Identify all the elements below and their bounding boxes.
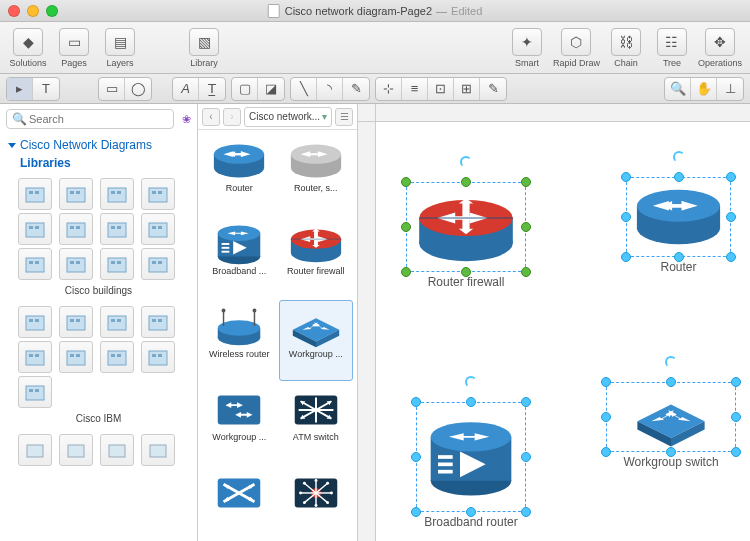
shape-hub[interactable]	[279, 466, 354, 537]
selection-handle[interactable]	[731, 447, 741, 457]
crop-tool[interactable]: ⊡	[428, 78, 454, 100]
library-item[interactable]	[141, 341, 175, 373]
text-tool[interactable]: T	[33, 78, 59, 100]
toolbar-pages[interactable]: ▭Pages	[52, 26, 96, 70]
panel-heading-cisco[interactable]: Cisco Network Diagrams	[0, 134, 197, 154]
shape-workgroup[interactable]: Workgroup ...	[279, 300, 354, 381]
search-input[interactable]	[6, 109, 174, 129]
shape-router-fire[interactable]: Router firewall	[279, 217, 354, 298]
library-item[interactable]	[18, 341, 52, 373]
selection-handle[interactable]	[411, 452, 421, 462]
library-item[interactable]	[18, 248, 52, 280]
selection-handle[interactable]	[401, 267, 411, 277]
library-item[interactable]	[141, 434, 175, 466]
selection-handle[interactable]	[666, 447, 676, 457]
comment-tool[interactable]: ▢	[232, 78, 258, 100]
rotate-handle-icon[interactable]	[460, 156, 472, 168]
library-item[interactable]	[141, 178, 175, 210]
library-item[interactable]	[141, 248, 175, 280]
ruler-horizontal[interactable]	[376, 104, 750, 122]
rotate-handle-icon[interactable]	[673, 151, 685, 163]
selection-handle[interactable]	[461, 267, 471, 277]
library-item[interactable]	[18, 213, 52, 245]
text-a-tool[interactable]: A	[173, 78, 199, 100]
selection-handle[interactable]	[666, 377, 676, 387]
selection-handle[interactable]	[521, 177, 531, 187]
toolbar-rapid-draw[interactable]: ⬡Rapid Draw	[551, 26, 602, 70]
selection-handle[interactable]	[726, 172, 736, 182]
zoom-tool[interactable]: 🔍	[665, 78, 691, 100]
selection-handle[interactable]	[521, 222, 531, 232]
close-window-button[interactable]	[8, 5, 20, 17]
library-item[interactable]	[100, 341, 134, 373]
selection-handle[interactable]	[601, 412, 611, 422]
refresh-icon[interactable]: ❀	[182, 113, 191, 126]
selection-handle[interactable]	[521, 397, 531, 407]
canvas-node-wgswitch[interactable]: Workgroup switch	[606, 382, 736, 469]
rect-tool[interactable]: ▭	[99, 78, 125, 100]
shape-wireless[interactable]: Wireless router	[202, 300, 277, 381]
selection-handle[interactable]	[731, 412, 741, 422]
rotate-handle-icon[interactable]	[665, 356, 677, 368]
libraries-heading[interactable]: Libraries	[0, 154, 197, 176]
line-tool[interactable]: ╲	[291, 78, 317, 100]
library-item[interactable]	[59, 248, 93, 280]
library-item[interactable]	[18, 306, 52, 338]
shape-router-blue[interactable]: Router	[202, 134, 277, 215]
selection-handle[interactable]	[461, 177, 471, 187]
library-item[interactable]	[18, 376, 52, 408]
library-item[interactable]	[59, 341, 93, 373]
pan-tool[interactable]: ✋	[691, 78, 717, 100]
ruler-vertical[interactable]	[358, 122, 376, 541]
selection-handle[interactable]	[521, 452, 531, 462]
library-item[interactable]	[59, 306, 93, 338]
selection-handle[interactable]	[466, 397, 476, 407]
zoom-window-button[interactable]	[46, 5, 58, 17]
shape-atm[interactable]: ATM switch	[279, 383, 354, 464]
text-box-tool[interactable]: T̲	[199, 78, 225, 100]
arc-tool[interactable]: ◝	[317, 78, 343, 100]
toolbar-library[interactable]: ▧ Library	[182, 26, 226, 70]
canvas-node-router[interactable]: Router	[626, 177, 731, 274]
selection-handle[interactable]	[621, 172, 631, 182]
library-item[interactable]	[18, 178, 52, 210]
selection-handle[interactable]	[726, 212, 736, 222]
selection-handle[interactable]	[411, 507, 421, 517]
canvas-node-broadband[interactable]: Broadband router	[416, 402, 526, 529]
selection-handle[interactable]	[726, 252, 736, 262]
canvas-node-router-firewall[interactable]: Router firewall	[406, 182, 526, 289]
library-breadcrumb[interactable]: Cisco network...▾	[244, 107, 332, 127]
ellipse-tool[interactable]: ◯	[125, 78, 151, 100]
library-item[interactable]	[100, 213, 134, 245]
toolbar-tree[interactable]: ☷Tree	[650, 26, 694, 70]
toolbar-solutions[interactable]: ◆Solutions	[6, 26, 50, 70]
selection-handle[interactable]	[401, 177, 411, 187]
shape-expand[interactable]	[202, 466, 277, 537]
library-item[interactable]	[100, 178, 134, 210]
selection-handle[interactable]	[521, 267, 531, 277]
stamp-tool[interactable]: ⊥	[717, 78, 743, 100]
selection-handle[interactable]	[601, 377, 611, 387]
selection-handle[interactable]	[521, 507, 531, 517]
nav-forward-button[interactable]: ›	[223, 108, 241, 126]
eyedrop-tool[interactable]: ✎	[480, 78, 506, 100]
toolbar-operations[interactable]: ✥Operations	[696, 26, 744, 70]
nav-back-button[interactable]: ‹	[202, 108, 220, 126]
selection-handle[interactable]	[621, 252, 631, 262]
library-item[interactable]	[59, 178, 93, 210]
library-item[interactable]	[59, 434, 93, 466]
view-mode-button[interactable]: ☰	[335, 108, 353, 126]
minimize-window-button[interactable]	[27, 5, 39, 17]
selection-handle[interactable]	[674, 252, 684, 262]
library-item[interactable]	[59, 213, 93, 245]
shape-router-gray[interactable]: Router, s...	[279, 134, 354, 215]
selection-handle[interactable]	[731, 377, 741, 387]
library-item[interactable]	[100, 248, 134, 280]
selection-handle[interactable]	[621, 212, 631, 222]
library-item[interactable]	[141, 213, 175, 245]
library-item[interactable]	[18, 434, 52, 466]
toolbar-chain[interactable]: ⛓Chain	[604, 26, 648, 70]
library-item[interactable]	[100, 306, 134, 338]
library-item[interactable]	[100, 434, 134, 466]
pen-tool[interactable]: ✎	[343, 78, 369, 100]
